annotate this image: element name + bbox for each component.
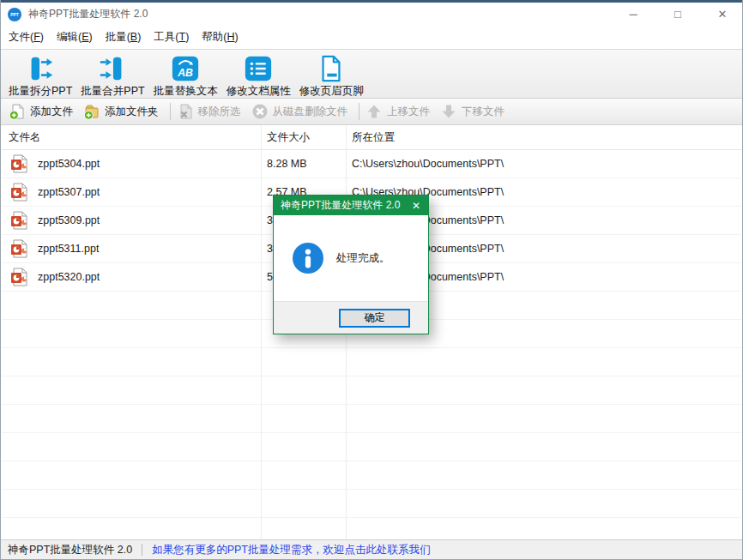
add-file-icon (9, 103, 26, 120)
add-folder-icon (83, 103, 100, 120)
add-folder-label: 添加文件夹 (105, 105, 159, 119)
dialog-message: 处理完成。 (336, 251, 390, 266)
remove-selected-icon (177, 103, 194, 120)
file-name: zppt5309.ppt (38, 214, 100, 226)
merge-ppt-label: 批量合并PPT (81, 84, 144, 99)
replace-text-icon: AB (170, 54, 201, 83)
add-file-button[interactable]: 添加文件 (6, 103, 81, 120)
svg-text:AB: AB (177, 67, 193, 79)
menu-file[interactable]: 文件(F) (4, 27, 48, 47)
close-icon[interactable]: ✕ (710, 8, 735, 21)
delete-from-disk-icon (251, 103, 269, 120)
dialog-close-icon[interactable]: ✕ (404, 200, 428, 212)
menu-batch[interactable]: 批量(B) (101, 27, 146, 47)
delete-from-disk-button[interactable]: 从磁盘删除文件 (249, 103, 356, 120)
file-name: zppt5311.ppt (38, 243, 99, 255)
header-footer-icon (316, 54, 347, 83)
file-size: 8.28 MB (261, 158, 346, 170)
file-name: zppt5304.ppt (38, 158, 100, 170)
app-logo-icon: PPT (8, 8, 21, 21)
status-bar: 神奇PPT批量处理软件 2.0 如果您有更多的PPT批量处理需求，欢迎点击此处联… (1, 539, 742, 559)
file-name: zppt5320.ppt (38, 271, 100, 283)
header-footer-button[interactable]: 修改页眉页脚 (295, 53, 368, 99)
split-ppt-button[interactable]: 批量拆分PPT (4, 53, 76, 99)
toolbar-separator (359, 103, 359, 120)
dialog-title: 神奇PPT批量处理软件 2.0 (281, 198, 400, 213)
menu-help[interactable]: 帮助(H) (197, 27, 242, 47)
table-header: 文件名 文件大小 所在位置 (2, 126, 741, 150)
move-down-label: 下移文件 (462, 105, 504, 119)
doc-properties-button[interactable]: 修改文档属性 (222, 53, 295, 99)
info-icon (293, 243, 323, 274)
dialog-footer: 确定 (274, 301, 428, 334)
svg-text:PPT: PPT (10, 12, 19, 17)
merge-ppt-icon (97, 54, 128, 83)
column-header-filesize[interactable]: 文件大小 (261, 130, 346, 145)
split-ppt-label: 批量拆分PPT (9, 84, 72, 99)
doc-properties-label: 修改文档属性 (227, 84, 291, 99)
toolbar-separator (170, 103, 171, 120)
file-toolbar: 添加文件 添加文件夹 移除所选 从磁盘删除文件 上移文件 下移文件 (1, 99, 742, 125)
replace-text-button[interactable]: AB 批量替换文本 (149, 53, 222, 99)
dialog-title-bar: 神奇PPT批量处理软件 2.0 ✕ (274, 196, 428, 215)
file-path: C:\Users\zhou\Documents\PPT\ (346, 158, 741, 170)
minimize-icon[interactable]: ─ (620, 8, 646, 21)
doc-properties-icon (243, 54, 274, 83)
delete-from-disk-label: 从磁盘删除文件 (273, 105, 348, 119)
header-footer-label: 修改页眉页脚 (299, 84, 364, 99)
file-name: zppt5307.ppt (38, 186, 100, 198)
window-title: 神奇PPT批量处理软件 2.0 (28, 7, 148, 21)
replace-text-label: 批量替换文本 (154, 84, 218, 99)
app-window: PPT 神奇PPT批量处理软件 2.0 ─ □ ✕ 文件(F) 编辑(E) 批量… (0, 0, 743, 560)
add-folder-button[interactable]: 添加文件夹 (81, 103, 166, 120)
remove-selected-button[interactable]: 移除所选 (174, 103, 249, 120)
ppt-file-icon (10, 268, 29, 286)
dialog-body: 处理完成。 (274, 215, 428, 301)
remove-selected-label: 移除所选 (198, 105, 241, 119)
add-file-label: 添加文件 (30, 105, 73, 119)
move-down-button[interactable]: 下移文件 (438, 103, 512, 120)
merge-ppt-button[interactable]: 批量合并PPT (76, 53, 148, 99)
move-up-label: 上移文件 (387, 105, 430, 119)
statusbar-divider (142, 544, 142, 556)
table-row[interactable]: zppt5304.ppt 8.28 MB C:\Users\zhou\Docum… (2, 150, 741, 178)
menu-bar: 文件(F) 编辑(E) 批量(B) 工具(T) 帮助(H) (1, 26, 742, 49)
statusbar-app-name: 神奇PPT批量处理软件 2.0 (8, 543, 132, 557)
ppt-file-icon (10, 211, 29, 230)
move-up-icon (365, 103, 383, 120)
column-header-location[interactable]: 所在位置 (346, 130, 741, 145)
move-down-icon (440, 103, 457, 120)
ppt-file-icon (10, 239, 29, 258)
menu-edit[interactable]: 编辑(E) (52, 27, 97, 47)
ppt-file-icon (10, 154, 29, 173)
column-divider (261, 126, 262, 539)
column-header-filename[interactable]: 文件名 (2, 130, 261, 145)
ppt-file-icon (10, 183, 29, 202)
main-toolbar: 批量拆分PPT 批量合并PPT AB 批量替换文本 修改文档属性 修改页眉页脚 (1, 49, 742, 99)
contact-link[interactable]: 如果您有更多的PPT批量处理需求，欢迎点击此处联系我们 (152, 543, 430, 557)
move-up-button[interactable]: 上移文件 (363, 103, 438, 120)
menu-tools[interactable]: 工具(T) (149, 27, 193, 47)
window-controls: ─ □ ✕ (601, 8, 735, 21)
split-ppt-icon (25, 54, 56, 83)
ok-button[interactable]: 确定 (339, 309, 410, 328)
title-bar: PPT 神奇PPT批量处理软件 2.0 ─ □ ✕ (1, 3, 742, 26)
message-dialog: 神奇PPT批量处理软件 2.0 ✕ 处理完成。 确定 (273, 195, 429, 334)
maximize-icon[interactable]: □ (665, 8, 691, 21)
